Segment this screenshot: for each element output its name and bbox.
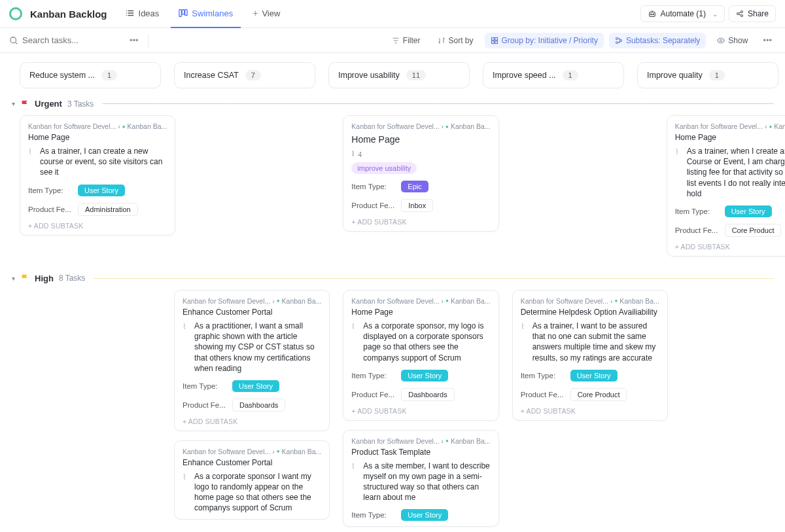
svg-point-6 xyxy=(737,13,739,15)
subtask-tree-icon: ⌇ xyxy=(675,147,683,199)
card-title: Determine Helpdesk Option Availiability xyxy=(521,308,659,317)
chip-user-story: User Story xyxy=(401,509,448,521)
svg-rect-2 xyxy=(185,10,188,16)
chip-feature: Dashboards xyxy=(232,399,285,412)
sort-button[interactable]: Sort by xyxy=(432,33,480,48)
filter-icon xyxy=(392,37,400,44)
subtask-icon xyxy=(615,37,623,44)
add-subtask-button[interactable]: + ADD SUBTASK xyxy=(351,218,490,226)
chip-epic: Epic xyxy=(401,181,428,192)
subtask-tree-icon: ⌇ xyxy=(351,461,359,503)
chip-feature: Dashboards xyxy=(401,388,454,401)
svg-point-8 xyxy=(741,15,742,17)
share-button[interactable]: Share xyxy=(729,5,776,22)
svg-point-7 xyxy=(741,11,742,13)
card-desc: As a trainer, I can create a new course … xyxy=(40,146,167,178)
toolbar: ••• Filter Sort by Group by: Initiative … xyxy=(0,28,785,53)
svg-rect-13 xyxy=(495,41,497,43)
workspace-avatar[interactable] xyxy=(9,7,22,20)
subtask-tree-icon: ⌇ xyxy=(183,321,190,374)
add-subtask-button[interactable]: + ADD SUBTASK xyxy=(28,222,167,230)
lane-header-high: ▾ High 8 Tasks xyxy=(0,267,785,289)
task-card[interactable]: Kanban for Software Devel...›●Kanban Ba.… xyxy=(667,115,785,257)
svg-rect-11 xyxy=(495,37,497,40)
task-card[interactable]: Kanban for Software Devel...›●Kanban Ba.… xyxy=(20,115,175,236)
add-subtask-button[interactable]: + ADD SUBTASK xyxy=(183,417,321,425)
subtask-tree-icon: ⌇ xyxy=(521,321,529,363)
column-header[interactable]: Improve usability11 xyxy=(328,62,470,88)
column-headers: Reduce system ...1 Increase CSAT7 Improv… xyxy=(0,53,785,92)
chip-user-story: User Story xyxy=(725,205,772,217)
breadcrumb: Kanban for Software Devel...›●Kanban Ba.… xyxy=(351,437,490,445)
tab-label: Ideas xyxy=(139,9,160,18)
collapse-icon[interactable]: ▾ xyxy=(12,275,15,282)
svg-point-14 xyxy=(616,37,618,39)
share-icon xyxy=(736,10,744,18)
task-card[interactable]: Kanban for Software Devel...›●Kanban Ba.… xyxy=(343,430,498,527)
filter-button[interactable]: Filter xyxy=(386,33,427,48)
column-header[interactable]: Improve speed ...1 xyxy=(483,62,624,88)
breadcrumb: Kanban for Software Devel...›●Kanban Ba.… xyxy=(675,122,785,130)
subtask-tree-icon: ⌇ xyxy=(351,150,355,158)
automate-button[interactable]: Automate (1) ⌄ xyxy=(640,5,725,22)
column-header[interactable]: Increase CSAT7 xyxy=(174,62,315,88)
lane-header-urgent: ▾ Urgent 3 Tasks xyxy=(0,92,785,114)
tab-ideas[interactable]: Ideas xyxy=(118,0,167,28)
breadcrumb: Kanban for Software Devel...›●Kanban Ba.… xyxy=(183,448,321,455)
subtasks-button[interactable]: Subtasks: Separately xyxy=(609,33,706,48)
chip-user-story: User Story xyxy=(570,370,618,381)
board-icon xyxy=(179,9,188,18)
chip-feature: Administration xyxy=(78,203,138,216)
svg-point-9 xyxy=(10,37,16,43)
more-icon[interactable]: ••• xyxy=(126,35,143,45)
chip-feature: Inbox xyxy=(401,199,433,212)
svg-point-16 xyxy=(616,41,618,43)
card-title: Product Task Template xyxy=(351,448,490,457)
app-header: Kanban Backlog Ideas Swimlanes + View Au… xyxy=(0,0,785,28)
card-title: Enhance Customer Portal xyxy=(183,458,321,467)
chip-feature: Core Product xyxy=(725,224,782,237)
chip-user-story: User Story xyxy=(232,380,279,392)
breadcrumb: Kanban for Software Devel...›●Kanban Ba.… xyxy=(28,122,167,130)
collapse-icon[interactable]: ▾ xyxy=(12,100,15,107)
task-card[interactable]: Kanban for Software Devel...›●Kanban Ba.… xyxy=(174,440,330,520)
group-button[interactable]: Group by: Initiative / Priority xyxy=(485,33,604,48)
card-title: Enhance Customer Portal xyxy=(183,308,321,317)
sort-icon xyxy=(438,37,445,44)
subtask-tree-icon: ⌇ xyxy=(351,321,359,363)
chevron-down-icon: ⌄ xyxy=(712,10,718,18)
search-icon xyxy=(9,36,18,45)
flag-icon xyxy=(20,99,29,109)
column-header[interactable]: Improve quality1 xyxy=(637,62,778,88)
task-card[interactable]: Kanban for Software Devel...›●Kanban Ba.… xyxy=(343,115,498,232)
task-card[interactable]: Kanban for Software Devel...›●Kanban Ba.… xyxy=(343,290,498,421)
breadcrumb: Kanban for Software Devel...›●Kanban Ba.… xyxy=(351,122,490,130)
add-subtask-button[interactable]: + ADD SUBTASK xyxy=(675,243,785,251)
tab-swimlanes[interactable]: Swimlanes xyxy=(171,0,241,28)
breadcrumb: Kanban for Software Devel...›●Kanban Ba.… xyxy=(351,297,490,305)
card-title: Home Page xyxy=(28,133,167,142)
subtask-tree-icon: ⌇ xyxy=(183,472,190,514)
add-subtask-button[interactable]: + ADD SUBTASK xyxy=(351,407,490,415)
card-title: Home Page xyxy=(675,133,785,142)
add-subtask-button[interactable]: + ADD SUBTASK xyxy=(521,407,659,415)
card-desc: As a trainer, I want to be assured that … xyxy=(532,321,659,363)
svg-rect-1 xyxy=(183,10,185,14)
task-card[interactable]: Kanban for Software Devel...›●Kanban Ba.… xyxy=(512,290,668,421)
card-desc: As a trainer, when I create an Other Cou… xyxy=(687,146,785,199)
svg-point-5 xyxy=(652,14,654,15)
robot-icon xyxy=(648,9,657,18)
column-header[interactable]: Reduce system ...1 xyxy=(20,62,161,88)
task-card[interactable]: Kanban for Software Devel...›●Kanban Ba.… xyxy=(174,290,330,431)
lane-divider xyxy=(103,103,773,104)
svg-rect-10 xyxy=(491,37,494,40)
lane-high: Kanban for Software Devel...›●Kanban Ba.… xyxy=(0,289,785,532)
toolbar-more-icon[interactable]: ••• xyxy=(759,35,776,45)
search-input[interactable] xyxy=(22,35,107,45)
plus-icon: + xyxy=(253,8,258,18)
show-button[interactable]: Show xyxy=(711,33,754,48)
tab-add-view[interactable]: + View xyxy=(245,0,288,28)
tab-label: Swimlanes xyxy=(192,9,233,18)
card-desc: As a practitioner, I want a small graphi… xyxy=(194,321,321,374)
svg-point-17 xyxy=(720,39,722,41)
